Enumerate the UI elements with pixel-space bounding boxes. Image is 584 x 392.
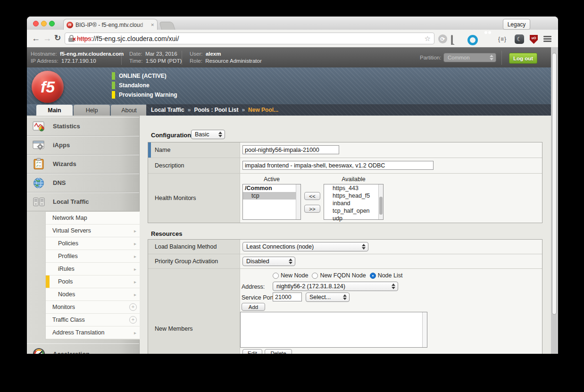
partition-select[interactable]: Common xyxy=(443,53,496,62)
delete-button[interactable]: Delete xyxy=(265,349,292,354)
cast-extension-icon[interactable] xyxy=(451,36,453,44)
submenu-item-address-translation[interactable]: Address Translation ▸ xyxy=(46,326,140,339)
configuration-select[interactable]: Basic xyxy=(191,130,225,139)
monitor-item-selected[interactable]: tcp xyxy=(243,192,300,200)
separator xyxy=(121,51,122,65)
chevron-right-icon: ▸ xyxy=(134,241,136,246)
browser-window: f5 BIG-IP® - f5-eng.mtv.cloud ✕ Legacy ←… xyxy=(27,17,558,354)
sidebar-item-iapps[interactable]: iApps xyxy=(27,136,139,155)
dark-mode-extension-icon[interactable]: ☾ xyxy=(515,34,524,44)
submenu-item-irules[interactable]: iRules ▸ xyxy=(46,263,140,275)
add-icon[interactable]: + xyxy=(129,303,137,311)
monitor-item[interactable]: tcp_half_open xyxy=(324,207,383,215)
select-arrows-icon xyxy=(490,55,493,60)
chevron-right-icon: ▸ xyxy=(134,279,136,284)
bookmark-star-icon[interactable]: ☆ xyxy=(425,34,431,43)
port-select[interactable]: Select... xyxy=(306,292,350,302)
sync-extension-icon[interactable]: ⟳ xyxy=(438,34,447,43)
tab-about[interactable]: About xyxy=(111,105,147,116)
move-right-button[interactable]: >> xyxy=(304,205,320,213)
banner: f5 ONLINE (ACTIVE) Standalone Provisioni… xyxy=(27,67,551,104)
monitor-item[interactable]: inband xyxy=(324,200,383,207)
status-indicator-icon xyxy=(112,91,115,99)
window-titlebar: f5 BIG-IP® - f5-eng.mtv.cloud ✕ Legacy xyxy=(27,17,558,30)
load-balancing-select[interactable]: Least Connections (node) xyxy=(242,242,368,251)
submenu-item-policies[interactable]: Policies ▸ xyxy=(46,237,140,250)
listbox-scrollbar[interactable] xyxy=(296,184,300,219)
chevron-right-icon: ▸ xyxy=(134,292,136,297)
status-indicator-icon xyxy=(112,72,115,80)
listbox-scrollbar[interactable] xyxy=(378,184,383,219)
time-row: Time: 1:50 PM (PDT) xyxy=(129,58,182,64)
insecure-lock-icon[interactable]: ✕ xyxy=(68,35,75,42)
breadcrumb-local-traffic[interactable]: Local Traffic xyxy=(151,107,184,113)
address-label: Address: xyxy=(242,284,265,290)
chevron-right-icon: ▸ xyxy=(134,330,136,335)
submenu-item-pools[interactable]: Pools ▸ xyxy=(46,275,140,288)
service-port-input[interactable] xyxy=(273,292,302,301)
tab-title: BIG-IP® - f5-eng.mtv.cloud xyxy=(75,22,147,28)
forward-icon[interactable]: → xyxy=(43,33,51,43)
submenu-item-traffic-class[interactable]: Traffic Class + xyxy=(46,314,140,326)
browser-tab[interactable]: f5 BIG-IP® - f5-eng.mtv.cloud ✕ xyxy=(63,19,158,30)
tab-main[interactable]: Main xyxy=(36,105,73,116)
new-members-row: New Members New Node New FQDN Node Node … xyxy=(148,269,542,354)
sidebar-item-local-traffic[interactable]: Local Traffic xyxy=(27,192,139,211)
breadcrumb: Local Traffic » Pools : Pool List » New … xyxy=(146,104,551,116)
select-arrows-icon xyxy=(218,132,222,137)
hostname-value: f5-eng.mtv.cloudera.com xyxy=(60,51,124,57)
name-label: Name xyxy=(148,142,240,158)
reload-icon[interactable]: ↻ xyxy=(54,33,61,43)
close-window-button[interactable] xyxy=(33,21,39,26)
monitor-item[interactable]: udp xyxy=(324,215,383,222)
date-row: Date: Mar 23, 2016 xyxy=(129,51,177,57)
available-monitors-listbox[interactable]: https_443 https_head_f5 inband tcp_half_… xyxy=(324,184,384,220)
priority-group-select[interactable]: Disabled xyxy=(242,257,295,266)
browser-menu-icon[interactable] xyxy=(543,36,551,42)
listbox-scrollbar[interactable] xyxy=(422,312,427,347)
close-tab-icon[interactable]: ✕ xyxy=(150,23,154,27)
url-bar[interactable]: ✕ https://f5-eng.sjc.cloudera.com/xui/ ☆ xyxy=(65,33,434,44)
add-button[interactable]: Add xyxy=(242,303,265,311)
select-arrows-icon xyxy=(392,284,395,289)
zoom-window-button[interactable] xyxy=(49,21,55,26)
wizards-icon: ✓✓ xyxy=(32,158,45,170)
active-monitors-listbox[interactable]: /Common tcp xyxy=(242,184,301,220)
address-select[interactable]: nightly56-2 (172.31.8.124) xyxy=(273,282,398,291)
sidebar-item-wizards[interactable]: ✓✓ Wizards xyxy=(27,155,139,174)
scrollbar-thumb[interactable] xyxy=(552,53,557,315)
braces-extension-icon[interactable]: {≡} xyxy=(498,36,507,42)
edit-button[interactable]: Edit xyxy=(242,349,262,354)
sidebar-item-dns[interactable]: DNS xyxy=(27,174,139,192)
back-icon[interactable]: ← xyxy=(32,33,40,43)
service-port-label: Service Port: xyxy=(242,294,275,301)
submenu-item-network-map[interactable]: Network Map xyxy=(46,212,140,225)
members-listbox[interactable] xyxy=(240,312,427,348)
user-value: alexm xyxy=(206,51,221,57)
radio-node-list[interactable] xyxy=(370,273,376,279)
logout-button[interactable]: Log out xyxy=(509,53,537,64)
submenu-item-monitors[interactable]: Monitors + xyxy=(46,301,140,314)
select-arrows-icon xyxy=(362,244,366,250)
monitor-item[interactable]: https_head_f5 xyxy=(324,192,383,200)
page-scrollbar[interactable] xyxy=(551,47,558,354)
breadcrumb-pool-list[interactable]: Pools : Pool List xyxy=(194,107,238,113)
move-left-button[interactable]: << xyxy=(304,192,320,200)
name-input[interactable] xyxy=(242,145,339,154)
description-input[interactable] xyxy=(242,161,434,170)
submenu-item-virtual-servers[interactable]: Virtual Servers ▸ xyxy=(46,225,140,237)
add-icon[interactable]: + xyxy=(129,316,137,324)
tab-help[interactable]: Help xyxy=(74,105,110,116)
radio-new-node[interactable] xyxy=(273,273,279,279)
circle-extension-icon[interactable] xyxy=(467,35,478,45)
sidebar-item-statistics[interactable]: Statistics xyxy=(27,117,139,136)
local-traffic-submenu: Network Map Virtual Servers ▸ Policies ▸… xyxy=(45,211,140,340)
submenu-item-nodes[interactable]: Nodes ▸ xyxy=(46,288,140,301)
sidebar-item-acceleration[interactable]: Acceleration xyxy=(27,343,139,354)
minimize-window-button[interactable] xyxy=(41,21,47,26)
scrollbar-thumb[interactable] xyxy=(379,197,383,215)
legacy-button[interactable]: Legacy xyxy=(503,19,530,30)
monitor-item[interactable]: https_443 xyxy=(324,184,383,192)
radio-new-fqdn-node[interactable] xyxy=(312,273,318,279)
submenu-item-profiles[interactable]: Profiles ▸ xyxy=(46,250,140,263)
